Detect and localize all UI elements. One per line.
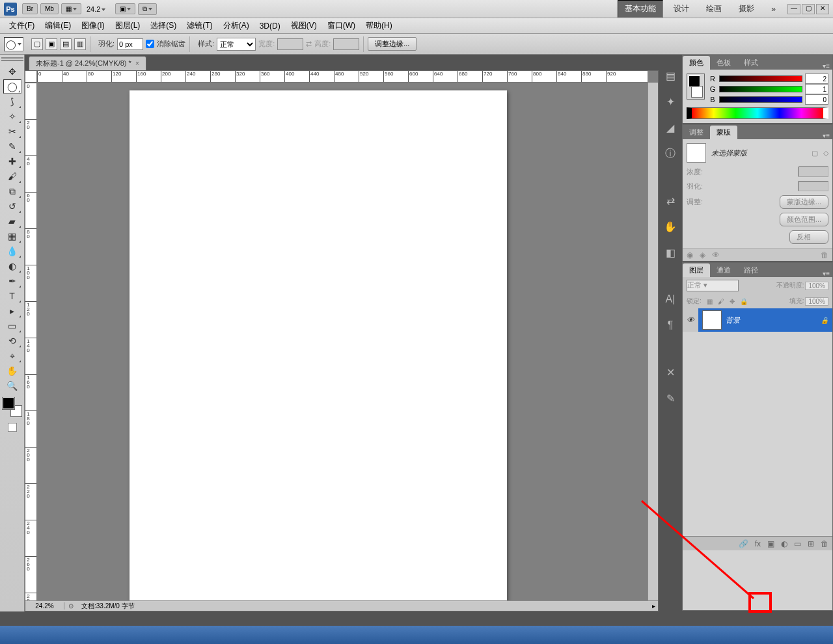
3d-tool[interactable]: ⟲ — [3, 334, 21, 348]
toolbox-handle[interactable] — [1, 57, 23, 61]
panel-menu-icon[interactable]: ▾≡ — [823, 62, 830, 70]
shape-tool[interactable]: ▭ — [3, 319, 21, 333]
history-brush-tool[interactable]: ↺ — [3, 199, 21, 213]
canvas-page[interactable] — [130, 90, 507, 604]
view-extras-button[interactable]: ▦ — [61, 3, 81, 14]
mask-disable-icon[interactable]: 👁 — [712, 250, 720, 260]
workspace-basic[interactable]: 基本功能 — [618, 0, 663, 18]
layer-visibility-icon[interactable]: 👁 — [683, 308, 698, 332]
menu-view[interactable]: 视图(V) — [286, 19, 322, 33]
tab-color[interactable]: 颜色 — [683, 56, 710, 70]
stamp-tool[interactable]: ⧉ — [3, 184, 21, 198]
mask-edge-button[interactable]: 蒙版边缘... — [780, 195, 828, 209]
current-tool-icon[interactable]: ◯ — [4, 37, 23, 51]
g-slider[interactable] — [719, 86, 802, 92]
workspace-paint[interactable]: 绘画 — [700, 1, 728, 17]
panel-color-chip[interactable] — [687, 74, 705, 100]
eraser-tool[interactable]: ▰ — [3, 214, 21, 228]
menu-edit[interactable]: 编辑(E) — [40, 19, 76, 33]
scrollbar-vertical[interactable] — [648, 83, 658, 600]
dodge-tool[interactable]: ◐ — [3, 259, 21, 273]
selection-new-icon[interactable]: ▢ — [31, 38, 43, 50]
antialias-checkbox[interactable] — [146, 40, 154, 48]
foreground-color-swatch[interactable] — [3, 397, 14, 409]
history-panel-icon[interactable]: ▤ — [662, 68, 678, 83]
g-value[interactable] — [805, 84, 828, 94]
mask-delete-icon[interactable]: 🗑 — [821, 250, 828, 260]
zoom-readout[interactable]: 24.2 — [87, 5, 113, 13]
brush-tool[interactable]: 🖌 — [3, 169, 21, 183]
adjustment-layer-icon[interactable]: ◐ — [781, 539, 787, 548]
cross-panel-icon[interactable]: ✕ — [662, 364, 678, 380]
pixel-mask-icon[interactable]: ▢ — [812, 149, 818, 157]
wand-tool[interactable]: ✧ — [3, 109, 21, 124]
lock-transparent-icon[interactable]: ▦ — [707, 298, 713, 305]
move-tool[interactable]: ✥ — [3, 64, 21, 79]
marquee-tool[interactable]: ◯ — [3, 79, 21, 94]
histogram-panel-icon[interactable]: ◢ — [662, 120, 678, 135]
menu-3d[interactable]: 3D(D) — [254, 20, 286, 32]
paragraph-panel-icon[interactable]: ¶ — [662, 317, 678, 333]
brush-panel-icon[interactable]: ✋ — [662, 219, 678, 234]
color-swatches[interactable] — [3, 397, 22, 417]
color-range-button[interactable]: 颜色范围... — [780, 213, 828, 226]
maximize-button[interactable]: ▢ — [802, 4, 815, 14]
mask-apply-icon[interactable]: ◈ — [700, 250, 705, 260]
tab-styles[interactable]: 样式 — [737, 56, 765, 70]
menu-help[interactable]: 帮助(H) — [361, 19, 398, 33]
refine-edge-button[interactable]: 调整边缘... — [368, 37, 416, 51]
workspace-more[interactable]: » — [765, 2, 782, 16]
selection-add-icon[interactable]: ▣ — [46, 38, 57, 50]
tab-layers[interactable]: 图层 — [683, 263, 710, 277]
tool-presets-icon[interactable]: ⇄ — [662, 193, 678, 208]
status-info[interactable]: 文档:33.2M/0 字节 — [77, 602, 652, 611]
crop-tool[interactable]: ✂ — [3, 124, 21, 139]
tab-swatches[interactable]: 色板 — [710, 56, 737, 70]
layer-row-background[interactable]: 👁 背景 🔒 — [683, 308, 832, 332]
delete-layer-icon[interactable]: 🗑 — [821, 539, 828, 548]
tab-masks[interactable]: 蒙版 — [710, 126, 737, 139]
type-tool[interactable]: T — [3, 289, 21, 303]
color-spectrum[interactable] — [687, 107, 828, 119]
vector-mask-icon[interactable]: ◇ — [823, 149, 828, 157]
panel-menu-icon[interactable]: ▾≡ — [823, 270, 830, 277]
b-slider[interactable] — [719, 96, 802, 103]
heal-tool[interactable]: ✚ — [3, 154, 21, 168]
minimize-button[interactable]: — — [787, 4, 800, 14]
bridge-button[interactable]: Br — [22, 3, 38, 14]
mask-load-icon[interactable]: ◉ — [687, 250, 693, 260]
layer-group-icon[interactable]: ▭ — [794, 539, 801, 548]
ruler-corner[interactable] — [25, 71, 37, 83]
lasso-tool[interactable]: ⟆ — [3, 94, 21, 109]
mini-bridge-button[interactable]: Mb — [40, 3, 59, 14]
character-panel-icon[interactable]: A| — [662, 291, 678, 307]
lock-pixels-icon[interactable]: 🖌 — [718, 298, 724, 305]
lock-all-icon[interactable]: 🔒 — [740, 298, 748, 305]
navigator-panel-icon[interactable]: ✦ — [662, 94, 678, 109]
selection-subtract-icon[interactable]: ▤ — [60, 38, 72, 50]
close-tab-icon[interactable]: × — [135, 60, 139, 67]
pen-tool[interactable]: ✒ — [3, 274, 21, 288]
swatches-panel-icon[interactable]: ◧ — [662, 245, 678, 260]
feather-input[interactable] — [117, 38, 143, 50]
brush-preset-icon[interactable]: ✎ — [662, 390, 678, 406]
menu-analysis[interactable]: 分析(A) — [218, 19, 254, 33]
layer-fx-icon[interactable]: fx — [755, 539, 761, 548]
tab-paths[interactable]: 路径 — [737, 263, 765, 277]
close-button[interactable]: ✕ — [816, 4, 829, 14]
selection-intersect-icon[interactable]: ▥ — [74, 38, 86, 50]
menu-file[interactable]: 文件(F) — [4, 19, 40, 33]
workspace-photo[interactable]: 摄影 — [732, 1, 761, 17]
new-layer-icon[interactable]: ⊞ — [808, 539, 814, 548]
layer-mask-icon[interactable]: ▣ — [767, 539, 774, 548]
style-select[interactable]: 正常 — [217, 38, 256, 51]
link-layers-icon[interactable]: 🔗 — [739, 539, 748, 548]
tab-adjustments[interactable]: 调整 — [683, 126, 710, 139]
status-zoom[interactable]: 24.2% — [25, 602, 64, 610]
blur-tool[interactable]: 💧 — [3, 244, 21, 258]
eyedropper-tool[interactable]: ✎ — [3, 139, 21, 154]
panel-menu-icon[interactable]: ▾≡ — [823, 132, 830, 139]
r-slider[interactable] — [719, 75, 802, 82]
r-value[interactable] — [805, 74, 828, 84]
menu-select[interactable]: 选择(S) — [145, 19, 182, 33]
